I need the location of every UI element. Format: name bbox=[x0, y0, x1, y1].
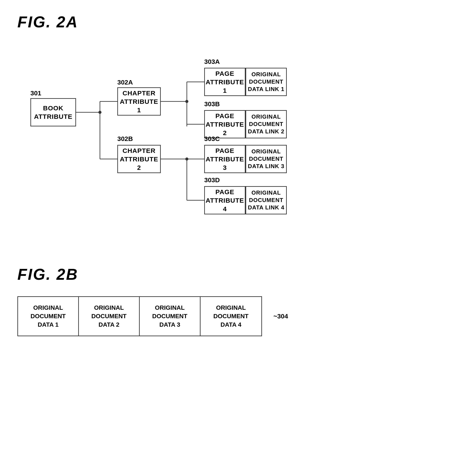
page-attribute-1-box: PAGE ATTRIBUTE 1 bbox=[204, 68, 246, 96]
label-302A: 302A bbox=[117, 79, 133, 86]
chapter1-text: CHAPTER ATTRIBUTE 1 bbox=[118, 89, 160, 114]
fig2b-label-304: ~304 bbox=[273, 312, 288, 320]
label-303C: 303C bbox=[204, 135, 220, 143]
label-303A: 303A bbox=[204, 58, 220, 65]
fig2b-cell-2: ORIGINAL DOCUMENT DATA 2 bbox=[79, 297, 140, 336]
label-301: 301 bbox=[30, 90, 41, 97]
link2-text: ORIGINAL DOCUMENT DATA LINK 2 bbox=[248, 113, 284, 135]
fig2a-title: FIG. 2A bbox=[17, 13, 459, 31]
chapter2-text: CHAPTER ATTRIBUTE 2 bbox=[118, 146, 160, 172]
fig2b-cell-3: ORIGINAL DOCUMENT DATA 3 bbox=[140, 297, 201, 336]
page4-text: PAGE ATTRIBUTE 4 bbox=[205, 188, 245, 213]
page-attribute-4-box: PAGE ATTRIBUTE 4 bbox=[204, 186, 246, 214]
fig2b-cell-1: ORIGINAL DOCUMENT DATA 1 bbox=[18, 297, 79, 336]
fig2b-cell-4: ORIGINAL DOCUMENT DATA 4 bbox=[201, 297, 261, 336]
fig2b-section: FIG. 2B ORIGINAL DOCUMENT DATA 1 ORIGINA… bbox=[17, 265, 459, 336]
label-303B: 303B bbox=[204, 100, 220, 108]
label-303D: 303D bbox=[204, 176, 220, 184]
fig2b-title: FIG. 2B bbox=[17, 265, 459, 283]
svg-point-13 bbox=[185, 158, 188, 160]
label-302B: 302B bbox=[117, 135, 133, 143]
page1-text: PAGE ATTRIBUTE 1 bbox=[205, 69, 245, 95]
link1-text: ORIGINAL DOCUMENT DATA LINK 1 bbox=[248, 71, 284, 93]
chapter-attribute-1-box: CHAPTER ATTRIBUTE 1 bbox=[117, 87, 161, 116]
page3-text: PAGE ATTRIBUTE 3 bbox=[205, 146, 245, 172]
fig2b-row: ORIGINAL DOCUMENT DATA 1 ORIGINAL DOCUME… bbox=[17, 296, 262, 336]
link-2-box: ORIGINAL DOCUMENT DATA LINK 2 bbox=[246, 110, 287, 138]
page-attribute-2-box: PAGE ATTRIBUTE 2 bbox=[204, 110, 246, 138]
link-3-box: ORIGINAL DOCUMENT DATA LINK 3 bbox=[246, 145, 287, 173]
link3-text: ORIGINAL DOCUMENT DATA LINK 3 bbox=[248, 148, 284, 170]
svg-point-12 bbox=[185, 100, 188, 103]
link4-text: ORIGINAL DOCUMENT DATA LINK 4 bbox=[248, 189, 284, 211]
chapter-attribute-2-box: CHAPTER ATTRIBUTE 2 bbox=[117, 145, 161, 173]
book-attribute-text: BOOK ATTRIBUTE bbox=[34, 104, 73, 121]
page2-text: PAGE ATTRIBUTE 2 bbox=[205, 112, 245, 137]
book-attribute-box: BOOK ATTRIBUTE bbox=[30, 98, 76, 126]
link-1-box: ORIGINAL DOCUMENT DATA LINK 1 bbox=[246, 68, 287, 96]
fig2a-diagram: BOOK ATTRIBUTE 301 CHAPTER ATTRIBUTE 1 3… bbox=[17, 44, 459, 239]
fig2b-wrapper: ORIGINAL DOCUMENT DATA 1 ORIGINAL DOCUME… bbox=[17, 296, 262, 336]
page-attribute-3-box: PAGE ATTRIBUTE 3 bbox=[204, 145, 246, 173]
svg-point-14 bbox=[98, 111, 102, 114]
link-4-box: ORIGINAL DOCUMENT DATA LINK 4 bbox=[246, 186, 287, 214]
